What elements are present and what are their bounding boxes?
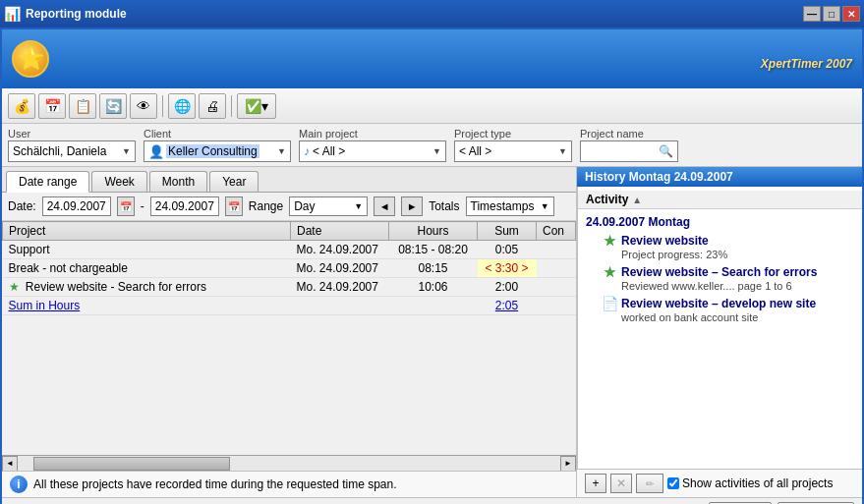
scroll-right-button[interactable]: ► [560,456,576,472]
toolbar-refresh-button[interactable]: 🔄 [99,93,127,119]
history-item[interactable]: ★ Review website – Search for errors Rev… [578,262,862,294]
project-table: Project Date Hours Sum Con Support Mo. 2… [2,221,576,315]
client-icon: 👤 [148,144,164,159]
star-icon: ★ [602,264,617,280]
status-bar: i All these projects have recorded time … [2,471,576,497]
cell-sum: 0:05 [478,241,537,259]
toolbar-money-button[interactable]: 💰 [8,93,35,119]
doc-icon: 📄 [602,296,617,311]
sum-total: 2:05 [478,297,537,315]
scroll-thumb[interactable] [33,457,230,471]
history-item[interactable]: 📄 Review website – develop new site work… [578,294,862,325]
cell-hours: 10:06 [389,278,478,297]
history-col-header: Activity ▲ [578,191,862,209]
main-project-label: Main project [299,128,446,140]
project-name-combo[interactable]: 🔍 [580,140,678,162]
client-combo-arrow: ▼ [277,146,286,156]
date-to-field[interactable]: 24.09.2007 [150,196,219,216]
maximize-button[interactable]: □ [823,6,840,22]
tab-week[interactable]: Week [91,171,146,192]
sum-hours [389,297,478,315]
range-combo-arrow: ▼ [354,201,363,211]
cell-date: Mo. 24.09.2007 [291,278,389,297]
toolbar: 💰 📅 📋 🔄 👁 🌐 🖨 ✅▾ [2,88,862,124]
history-edit-button[interactable]: ✏ [636,474,663,493]
app-logo: ⭐ [12,40,49,78]
history-delete-button[interactable]: ✕ [610,474,632,493]
content-area: Date range Week Month Year Date: 24.09.2… [2,167,862,497]
range-label: Range [249,199,283,213]
sum-date [291,297,389,315]
date-separator: - [141,199,144,213]
minimize-button[interactable]: — [803,6,821,22]
client-label: Client [144,128,291,140]
range-combo[interactable]: Day ▼ [289,196,368,216]
tab-month[interactable]: Month [149,171,207,192]
date-row: Date: 24.09.2007 📅 - 24.09.2007 📅 Range … [2,193,576,221]
sum-label: Sum in Hours [3,297,291,315]
cell-project: Break - not chargeable [3,259,291,278]
cell-project: ★ Review website - Search for errors [3,278,291,297]
totals-combo[interactable]: Timestamps ▼ [466,196,554,216]
table-row[interactable]: ★ Review website - Search for errors Mo.… [3,278,576,297]
history-add-button[interactable]: + [585,474,606,493]
history-item-sub: worked on bank account site [602,311,854,323]
history-item[interactable]: ★ Review website Project progress: 23% [578,231,862,262]
tab-date-range[interactable]: Date range [6,171,89,193]
toolbar-check-button[interactable]: ✅▾ [237,93,276,119]
show-all-label[interactable]: Show activities of all projects [667,476,833,490]
sum-total-link[interactable]: 2:05 [495,299,518,312]
sum-in-hours-link[interactable]: Sum in Hours [9,299,81,312]
scroll-left-button[interactable]: ◄ [2,456,18,472]
main-window: ⭐ XpertTimer 2007 💰 📅 📋 🔄 👁 🌐 🖨 ✅▾ User … [0,28,864,504]
totals-combo-arrow: ▼ [541,201,549,211]
title-bar: 📊 Reporting module — □ ✕ [0,0,864,28]
user-combo[interactable]: Schälchli, Daniela ▼ [8,140,136,162]
status-message: All these projects have recorded time du… [33,477,397,491]
main-project-icon: ♪ [304,144,310,158]
project-type-filter-group: Project type < All > ▼ [454,128,572,162]
cell-project: Support [3,241,291,259]
date-from-calendar-button[interactable]: 📅 [117,196,135,216]
main-project-combo-arrow: ▼ [432,146,441,156]
history-item-sub: Project progress: 23% [602,249,854,260]
table-row[interactable]: Break - not chargeable Mo. 24.09.2007 08… [3,259,576,278]
history-item-sub: Reviewed www.keller.... page 1 to 6 [602,280,854,292]
client-filter-group: Client 👤 Keller Consulting ▼ [144,128,291,162]
show-all-checkbox[interactable] [667,477,679,489]
history-activity-label: Activity [586,193,628,206]
totals-label: Totals [429,199,459,213]
cell-con [537,278,576,297]
col-header-date: Date [291,222,389,241]
project-name-search-icon: 🔍 [659,144,673,158]
table-row[interactable]: Support Mo. 24.09.2007 08:15 - 08:20 0:0… [3,241,576,259]
project-type-label: Project type [454,128,572,140]
toolbar-view-button[interactable]: 👁 [130,93,157,119]
nav-prev-button[interactable]: ◄ [374,196,395,216]
history-item-title: ★ Review website – Search for errors [602,264,854,280]
toolbar-report-button[interactable]: 📋 [69,93,96,119]
horizontal-scrollbar[interactable]: ◄ ► [2,455,576,471]
toolbar-calendar-button[interactable]: 📅 [38,93,66,119]
cell-sum-break: < 3:30 > [478,259,537,278]
project-type-combo[interactable]: < All > ▼ [454,140,572,162]
client-combo[interactable]: 👤 Keller Consulting ▼ [144,140,291,162]
filter-row: User Schälchli, Daniela ▼ Client 👤 Kelle… [2,124,862,167]
toolbar-print-button[interactable]: 🖨 [199,93,226,119]
history-item-title: 📄 Review website – develop new site [602,296,854,311]
tab-year[interactable]: Year [209,171,259,192]
col-header-project: Project [3,222,291,241]
cell-hours: 08:15 - 08:20 [389,241,478,259]
data-table: Project Date Hours Sum Con Support Mo. 2… [2,221,576,455]
date-label: Date: [8,199,36,213]
toolbar-web-button[interactable]: 🌐 [168,93,196,119]
nav-next-button[interactable]: ► [401,196,423,216]
project-name-label: Project name [580,128,678,140]
main-project-combo[interactable]: ♪ < All > ▼ [299,140,446,162]
date-to-calendar-button[interactable]: 📅 [225,196,243,216]
date-from-field[interactable]: 24.09.2007 [42,196,111,216]
project-name-filter-group: Project name 🔍 [580,128,678,162]
cell-date: Mo. 24.09.2007 [291,241,389,259]
close-button[interactable]: ✕ [842,6,860,22]
history-date-header: 24.09.2007 Montag [578,213,862,231]
